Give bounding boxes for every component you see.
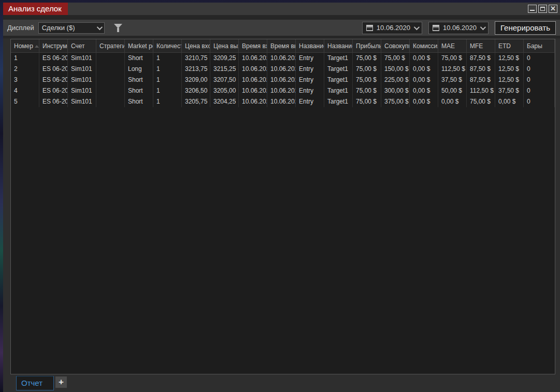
column-header[interactable]: Номер — [11, 39, 39, 52]
column-header[interactable]: Количество — [153, 39, 182, 52]
table-cell: Entry — [296, 75, 324, 85]
table-cell: 0 — [524, 96, 555, 107]
table-cell: Target1 — [324, 85, 353, 96]
column-header[interactable]: MAE — [438, 39, 467, 52]
table-cell: 10.06.2020 — [267, 53, 296, 64]
column-header[interactable]: Название входа — [296, 39, 324, 52]
column-header[interactable]: Комиссия — [410, 39, 438, 52]
table-cell: 3215,25 — [210, 64, 239, 75]
table-cell: 0,00 $ — [410, 64, 438, 75]
table-cell: 75,00 $ — [353, 96, 381, 107]
table-cell: 10.06.2020 — [239, 53, 267, 64]
display-selector[interactable]: Сделки ($) — [38, 22, 105, 34]
table-cell: 0,00 $ — [410, 75, 438, 85]
column-header-label: Инструмент — [42, 42, 68, 50]
table-cell: 0 — [524, 85, 555, 96]
bottom-tab-bar: Отчет + — [10, 376, 67, 392]
generate-button[interactable]: Генерировать — [495, 21, 556, 35]
column-header-label: Бары — [527, 42, 542, 50]
window-controls: ✕ — [528, 5, 557, 13]
table-cell: 1 — [153, 64, 182, 75]
column-header[interactable]: Прибыль — [353, 39, 381, 52]
date-to-picker[interactable]: 10.06.2020 — [428, 22, 489, 34]
column-header[interactable]: MFE — [467, 39, 495, 52]
column-header[interactable]: ETD — [495, 39, 524, 52]
close-icon: ✕ — [549, 5, 557, 12]
minimize-button[interactable] — [528, 5, 537, 13]
column-header[interactable]: Счет — [68, 39, 96, 52]
table-cell: ES 06-20 — [39, 53, 68, 64]
table-cell: 0,00 $ — [495, 96, 524, 107]
trades-table: НомерИнструментСчетСтратегияMarket pos.К… — [10, 39, 555, 374]
sort-indicator-icon — [35, 45, 39, 48]
table-cell: 10.06.2020 — [267, 64, 296, 75]
column-header[interactable]: Бары — [524, 39, 555, 52]
table-cell: Short — [125, 85, 153, 96]
table-cell: Entry — [296, 85, 324, 96]
table-cell: 50,00 $ — [438, 85, 467, 96]
column-header[interactable]: Название выхода — [324, 39, 353, 52]
table-cell: 87,50 $ — [467, 53, 495, 64]
date-from-picker[interactable]: 10.06.2020 — [362, 22, 422, 34]
table-cell: 37,50 $ — [495, 85, 524, 96]
column-header[interactable]: Время входа — [239, 39, 267, 52]
table-cell: 150,00 $ — [381, 64, 410, 75]
column-header-label: Market pos. — [128, 42, 153, 50]
column-header-label: Название входа — [299, 42, 324, 50]
table-cell: ES 06-20 — [39, 85, 68, 96]
table-cell: Sim101 — [68, 64, 96, 75]
column-header-label: Название выхода — [327, 42, 353, 50]
table-cell: 10.06.2020 — [267, 75, 296, 85]
table-cell: 1 — [153, 53, 182, 64]
table-cell: ES 06-20 — [39, 96, 68, 107]
table-cell: 3207,50 — [210, 75, 239, 85]
filter-button[interactable] — [114, 24, 122, 32]
date-to-value: 10.06.2020 — [443, 24, 477, 32]
column-header-label: Время входа — [242, 42, 267, 50]
table-cell: 10.06.2020 — [239, 96, 267, 107]
table-cell — [96, 75, 125, 85]
table-cell: 12,50 $ — [495, 53, 524, 64]
title-bar[interactable]: Анализ сделок ✕ — [3, 3, 560, 15]
table-cell: 3209,00 — [182, 75, 210, 85]
table-cell: 1 — [153, 75, 182, 85]
table-cell: Short — [125, 75, 153, 85]
table-cell: 10.06.2020 — [239, 75, 267, 85]
close-button[interactable]: ✕ — [549, 5, 557, 13]
date-from-value: 10.06.2020 — [377, 24, 410, 32]
column-header[interactable]: Цена выхода — [210, 39, 239, 52]
add-tab-button[interactable]: + — [55, 376, 67, 388]
maximize-icon — [540, 7, 545, 11]
column-header[interactable]: Цена входа — [182, 39, 210, 52]
table-row[interactable]: 1ES 06-20Sim101Short13210,753209,2510.06… — [11, 53, 555, 64]
table-row[interactable]: 2ES 06-20Sim101Long13213,753215,2510.06.… — [11, 64, 555, 75]
table-header-row: НомерИнструментСчетСтратегияMarket pos.К… — [11, 39, 555, 53]
column-header[interactable]: Стратегия — [96, 39, 125, 52]
column-header-label: ETD — [498, 42, 511, 50]
column-header[interactable]: Market pos. — [125, 39, 153, 52]
table-row[interactable]: 5ES 06-20Sim101Short13205,753204,2510.06… — [11, 96, 555, 107]
table-cell: Entry — [296, 64, 324, 75]
calendar-icon — [366, 25, 373, 31]
table-cell — [96, 96, 125, 107]
table-cell: 1 — [11, 53, 39, 64]
table-row[interactable]: 3ES 06-20Sim101Short13209,003207,5010.06… — [11, 75, 555, 85]
tab-report[interactable]: Отчет — [16, 376, 54, 390]
table-cell: Target1 — [324, 53, 353, 64]
minimize-icon — [530, 10, 535, 11]
column-header-label: Количество — [156, 42, 182, 50]
table-cell: 3205,75 — [182, 96, 210, 107]
table-cell: Target1 — [324, 64, 353, 75]
column-header[interactable]: Совокупный — [381, 39, 410, 52]
table-cell: 112,50 $ — [467, 85, 495, 96]
table-cell: 75,00 $ — [353, 64, 381, 75]
column-header[interactable]: Инструмент — [39, 39, 68, 52]
maximize-button[interactable] — [538, 5, 547, 13]
column-header-label: Комиссия — [413, 42, 438, 50]
table-cell: 0,00 $ — [410, 96, 438, 107]
table-cell: 87,50 $ — [467, 75, 495, 85]
column-header[interactable]: Время выхода — [267, 39, 296, 52]
table-row[interactable]: 4ES 06-20Sim101Short13206,503205,0010.06… — [11, 85, 555, 96]
table-cell: 0,00 $ — [410, 85, 438, 96]
table-cell: 12,50 $ — [495, 64, 524, 75]
